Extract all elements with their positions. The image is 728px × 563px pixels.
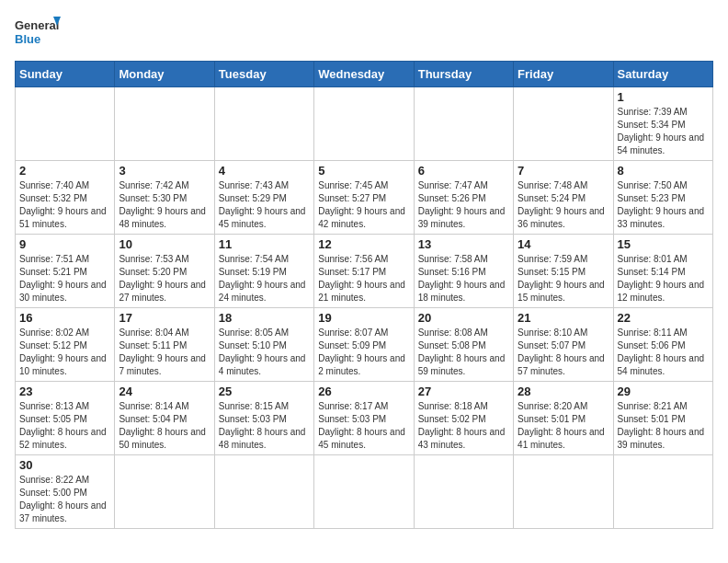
- weekday-header-friday: Friday: [514, 62, 613, 87]
- calendar-cell: 21Sunrise: 8:10 AM Sunset: 5:07 PM Dayli…: [514, 308, 613, 382]
- calendar-cell: 20Sunrise: 8:08 AM Sunset: 5:08 PM Dayli…: [414, 308, 513, 382]
- svg-text:General: General: [15, 18, 59, 32]
- weekday-header-row: SundayMondayTuesdayWednesdayThursdayFrid…: [16, 62, 713, 87]
- calendar-cell: 4Sunrise: 7:43 AM Sunset: 5:29 PM Daylig…: [214, 161, 313, 235]
- calendar-cell: [115, 455, 214, 529]
- calendar-cell: 16Sunrise: 8:02 AM Sunset: 5:12 PM Dayli…: [16, 308, 115, 382]
- calendar-cell: 23Sunrise: 8:13 AM Sunset: 5:05 PM Dayli…: [16, 382, 115, 455]
- day-info: Sunrise: 8:17 AM Sunset: 5:03 PM Dayligh…: [318, 400, 409, 452]
- day-number: 1: [618, 90, 709, 104]
- calendar-cell: 25Sunrise: 8:15 AM Sunset: 5:03 PM Dayli…: [214, 382, 313, 455]
- day-number: 8: [618, 164, 709, 178]
- calendar-cell: 11Sunrise: 7:54 AM Sunset: 5:19 PM Dayli…: [214, 235, 313, 308]
- calendar-cell: 5Sunrise: 7:45 AM Sunset: 5:27 PM Daylig…: [314, 161, 414, 235]
- day-info: Sunrise: 7:45 AM Sunset: 5:27 PM Dayligh…: [318, 179, 409, 231]
- calendar-cell: [514, 455, 613, 529]
- day-number: 29: [618, 385, 709, 398]
- calendar-week-4: 16Sunrise: 8:02 AM Sunset: 5:12 PM Dayli…: [16, 308, 713, 382]
- calendar-cell: [314, 455, 414, 529]
- weekday-header-tuesday: Tuesday: [214, 62, 313, 87]
- day-number: 23: [19, 385, 110, 398]
- day-info: Sunrise: 7:43 AM Sunset: 5:29 PM Dayligh…: [219, 179, 310, 231]
- calendar-cell: 18Sunrise: 8:05 AM Sunset: 5:10 PM Dayli…: [214, 308, 313, 382]
- day-number: 7: [518, 164, 609, 178]
- calendar-cell: 13Sunrise: 7:58 AM Sunset: 5:16 PM Dayli…: [414, 235, 513, 308]
- day-number: 21: [518, 311, 609, 325]
- day-info: Sunrise: 8:18 AM Sunset: 5:02 PM Dayligh…: [418, 400, 509, 452]
- day-info: Sunrise: 8:22 AM Sunset: 5:00 PM Dayligh…: [19, 474, 110, 525]
- day-info: Sunrise: 7:39 AM Sunset: 5:34 PM Dayligh…: [618, 106, 709, 157]
- day-number: 30: [19, 458, 110, 472]
- calendar-cell: 14Sunrise: 7:59 AM Sunset: 5:15 PM Dayli…: [514, 235, 613, 308]
- day-number: 16: [19, 311, 110, 325]
- calendar-cell: 6Sunrise: 7:47 AM Sunset: 5:26 PM Daylig…: [414, 161, 513, 235]
- day-number: 26: [318, 385, 409, 398]
- day-number: 6: [418, 164, 509, 178]
- calendar-week-6: 30Sunrise: 8:22 AM Sunset: 5:00 PM Dayli…: [16, 455, 713, 529]
- day-number: 12: [318, 237, 409, 251]
- calendar-week-1: 1Sunrise: 7:39 AM Sunset: 5:34 PM Daylig…: [16, 87, 713, 161]
- day-info: Sunrise: 8:02 AM Sunset: 5:12 PM Dayligh…: [19, 327, 110, 378]
- day-number: 27: [418, 385, 509, 398]
- day-number: 14: [518, 237, 609, 251]
- day-number: 11: [219, 237, 310, 251]
- day-number: 4: [219, 164, 310, 178]
- calendar-cell: [414, 455, 513, 529]
- weekday-header-wednesday: Wednesday: [314, 62, 414, 87]
- day-info: Sunrise: 8:21 AM Sunset: 5:01 PM Dayligh…: [618, 400, 709, 452]
- day-info: Sunrise: 8:08 AM Sunset: 5:08 PM Dayligh…: [418, 327, 509, 378]
- day-info: Sunrise: 8:05 AM Sunset: 5:10 PM Dayligh…: [219, 327, 310, 378]
- svg-text:Blue: Blue: [15, 32, 40, 46]
- calendar-cell: 7Sunrise: 7:48 AM Sunset: 5:24 PM Daylig…: [514, 161, 613, 235]
- day-number: 10: [119, 237, 210, 251]
- day-number: 3: [119, 164, 210, 178]
- calendar-cell: [514, 87, 613, 161]
- day-info: Sunrise: 7:51 AM Sunset: 5:21 PM Dayligh…: [19, 253, 110, 304]
- calendar-cell: 19Sunrise: 8:07 AM Sunset: 5:09 PM Dayli…: [314, 308, 414, 382]
- calendar-cell: 3Sunrise: 7:42 AM Sunset: 5:30 PM Daylig…: [115, 161, 214, 235]
- day-number: 17: [119, 311, 210, 325]
- calendar-cell: [414, 87, 513, 161]
- calendar-week-3: 9Sunrise: 7:51 AM Sunset: 5:21 PM Daylig…: [16, 235, 713, 308]
- day-info: Sunrise: 7:40 AM Sunset: 5:32 PM Dayligh…: [19, 179, 110, 231]
- day-number: 20: [418, 311, 509, 325]
- day-number: 13: [418, 237, 509, 251]
- calendar-cell: 17Sunrise: 8:04 AM Sunset: 5:11 PM Dayli…: [115, 308, 214, 382]
- calendar-cell: 12Sunrise: 7:56 AM Sunset: 5:17 PM Dayli…: [314, 235, 414, 308]
- day-info: Sunrise: 8:11 AM Sunset: 5:06 PM Dayligh…: [618, 327, 709, 378]
- logo: General Blue: [15, 15, 61, 52]
- logo-svg: General Blue: [15, 15, 61, 52]
- day-info: Sunrise: 7:58 AM Sunset: 5:16 PM Dayligh…: [418, 253, 509, 304]
- calendar-week-2: 2Sunrise: 7:40 AM Sunset: 5:32 PM Daylig…: [16, 161, 713, 235]
- calendar-cell: 10Sunrise: 7:53 AM Sunset: 5:20 PM Dayli…: [115, 235, 214, 308]
- calendar-table: SundayMondayTuesdayWednesdayThursdayFrid…: [15, 61, 713, 529]
- day-info: Sunrise: 8:01 AM Sunset: 5:14 PM Dayligh…: [618, 253, 709, 304]
- calendar-cell: [214, 455, 313, 529]
- calendar-cell: 2Sunrise: 7:40 AM Sunset: 5:32 PM Daylig…: [16, 161, 115, 235]
- calendar-cell: 9Sunrise: 7:51 AM Sunset: 5:21 PM Daylig…: [16, 235, 115, 308]
- day-info: Sunrise: 7:59 AM Sunset: 5:15 PM Dayligh…: [518, 253, 609, 304]
- weekday-header-thursday: Thursday: [414, 62, 513, 87]
- calendar-cell: 29Sunrise: 8:21 AM Sunset: 5:01 PM Dayli…: [613, 382, 712, 455]
- day-info: Sunrise: 8:04 AM Sunset: 5:11 PM Dayligh…: [119, 327, 210, 378]
- day-info: Sunrise: 7:56 AM Sunset: 5:17 PM Dayligh…: [318, 253, 409, 304]
- calendar-cell: 26Sunrise: 8:17 AM Sunset: 5:03 PM Dayli…: [314, 382, 414, 455]
- weekday-header-sunday: Sunday: [16, 62, 115, 87]
- calendar-cell: 22Sunrise: 8:11 AM Sunset: 5:06 PM Dayli…: [613, 308, 712, 382]
- day-number: 2: [19, 164, 110, 178]
- day-info: Sunrise: 8:13 AM Sunset: 5:05 PM Dayligh…: [19, 400, 110, 452]
- weekday-header-monday: Monday: [115, 62, 214, 87]
- calendar-cell: 24Sunrise: 8:14 AM Sunset: 5:04 PM Dayli…: [115, 382, 214, 455]
- day-info: Sunrise: 8:15 AM Sunset: 5:03 PM Dayligh…: [219, 400, 310, 452]
- calendar-cell: 1Sunrise: 7:39 AM Sunset: 5:34 PM Daylig…: [613, 87, 712, 161]
- calendar-cell: [115, 87, 214, 161]
- calendar-cell: 15Sunrise: 8:01 AM Sunset: 5:14 PM Dayli…: [613, 235, 712, 308]
- calendar-cell: 28Sunrise: 8:20 AM Sunset: 5:01 PM Dayli…: [514, 382, 613, 455]
- day-info: Sunrise: 8:20 AM Sunset: 5:01 PM Dayligh…: [518, 400, 609, 452]
- day-number: 22: [618, 311, 709, 325]
- day-info: Sunrise: 7:50 AM Sunset: 5:23 PM Dayligh…: [618, 179, 709, 231]
- day-number: 25: [219, 385, 310, 398]
- calendar-cell: 30Sunrise: 8:22 AM Sunset: 5:00 PM Dayli…: [16, 455, 115, 529]
- calendar-cell: [314, 87, 414, 161]
- day-info: Sunrise: 7:54 AM Sunset: 5:19 PM Dayligh…: [219, 253, 310, 304]
